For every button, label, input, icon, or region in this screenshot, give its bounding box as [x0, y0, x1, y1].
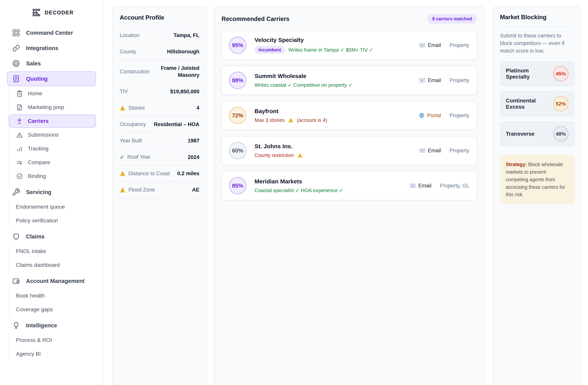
carrier-status-suffix: (account is 4) — [297, 117, 327, 123]
sidebar-item-endorsement-queue[interactable]: Endorsement queue — [9, 200, 96, 213]
intelligence-subgroup: Process & ROI Agency BI — [9, 334, 96, 361]
brand-name: DECODER — [45, 10, 74, 16]
profile-value: Hillsborough — [167, 48, 199, 55]
sidebar-item-label: Quoting — [26, 76, 48, 82]
warning-icon — [297, 153, 303, 157]
sidebar-item-claims[interactable]: Claims — [7, 229, 96, 244]
match-score-circle: 72% — [229, 107, 246, 124]
market-blocking-title: Market Blocking — [500, 14, 574, 27]
carrier-actions: E Email Property — [419, 42, 469, 48]
sidebar-item-compare[interactable]: Compare — [9, 156, 96, 169]
carrier-name: St. Johns Ins. — [254, 143, 411, 150]
profile-row-tiv: TIV $19,850,000 — [120, 84, 199, 100]
profile-value: Tampa, FL — [173, 32, 199, 39]
sparkle-icon — [16, 117, 23, 125]
email-action[interactable]: E Email — [419, 148, 441, 154]
match-score-circle: 95% — [229, 37, 246, 54]
sidebar-item-label: Carriers — [28, 118, 49, 124]
carrier-status-line: Max 3 stories (account is 4) — [254, 117, 411, 123]
incumbent-badge: Incumbent — [254, 46, 285, 54]
sidebar-item-label: Intelligence — [26, 322, 57, 329]
carrier-status: County restriction — [254, 152, 294, 158]
sidebar-item-marketing-prep[interactable]: Marketing prep — [9, 101, 96, 114]
carrier-lines: Property, GL — [440, 183, 469, 189]
sidebar-item-policy-verification[interactable]: Policy verification — [9, 214, 96, 227]
sidebar-item-claims-dashboard[interactable]: Claims dashboard — [9, 258, 96, 272]
sidebar-item-home[interactable]: Home — [9, 87, 96, 100]
sidebar-item-sales[interactable]: Sales — [7, 56, 96, 71]
carrier-status: Writes frame in Tampa ✓ $5M+ TIV ✓ — [288, 47, 373, 53]
sidebar-item-label: Submissions — [28, 132, 59, 138]
sidebar-item-agency-bi[interactable]: Agency BI — [9, 347, 96, 361]
sidebar-item-coverage-gaps[interactable]: Coverage gaps — [9, 303, 96, 316]
servicing-subgroup: Endorsement queue Policy verification — [9, 200, 96, 227]
email-icon: E — [419, 149, 425, 153]
carrier-card-st-johns: 60% St. Johns Ins. County restriction E … — [221, 136, 477, 165]
sidebar-item-quoting[interactable]: Quoting — [7, 71, 96, 86]
sidebar-item-label: Compare — [28, 159, 50, 166]
sidebar-item-submissions[interactable]: Submissions — [9, 128, 96, 141]
profile-label: Occupancy — [120, 121, 146, 127]
profile-label: Distance to Coast — [120, 171, 170, 177]
account-profile-panel: Account Profile Location Tampa, FL Count… — [112, 6, 207, 385]
profile-row-flood-zone: Flood Zone AE — [120, 182, 199, 198]
sidebar-item-label: Book health — [16, 293, 45, 299]
blocking-card-transverse[interactable]: Transverse 48% — [500, 121, 574, 146]
svg-text:E: E — [421, 150, 423, 152]
logo-icon — [32, 8, 41, 17]
sidebar-item-command-center[interactable]: Command Center — [7, 25, 96, 40]
carrier-status-line: County restriction — [254, 152, 411, 158]
carrier-actions: E Email Property, GL — [410, 183, 469, 189]
profile-label: Year Built — [120, 138, 142, 144]
sidebar-item-label: Sales — [26, 60, 41, 67]
email-icon: E — [410, 184, 416, 188]
strategy-label: Strategy: — [506, 162, 527, 167]
carrier-card-velocity-specialty: 95% Velocity Specialty Incumbent Writes … — [221, 31, 477, 60]
carriers-header: Recommended Carriers 8 carriers matched — [221, 14, 477, 24]
svg-text:E: E — [421, 79, 423, 82]
wallet-icon — [12, 277, 20, 285]
portal-action[interactable]: Portal — [419, 113, 441, 118]
blocking-card-continental-excess[interactable]: Continental Excess 52% — [500, 91, 574, 116]
wrench-icon — [12, 188, 20, 196]
carriers-title: Recommended Carriers — [222, 16, 290, 22]
carrier-status-line: Incumbent Writes frame in Tampa ✓ $5M+ T… — [254, 46, 411, 54]
carrier-status: Writes coastal ✓ Competitive on property… — [254, 82, 353, 88]
profile-value: 1987 — [188, 137, 199, 144]
bar-chart-icon — [16, 145, 23, 152]
sidebar-item-intelligence[interactable]: Intelligence — [7, 318, 96, 333]
carrier-card-bayfront: 72% Bayfront Max 3 stories (account is 4… — [221, 101, 477, 130]
sidebar-item-binding[interactable]: Binding — [9, 170, 96, 183]
carrier-info: Summit Wholesale Writes coastal ✓ Compet… — [254, 73, 411, 88]
profile-value: Frame / Joisted Masonry — [154, 65, 199, 79]
file-icon — [16, 104, 23, 111]
profile-row-stories: Stories 4 — [120, 100, 199, 116]
profile-label: ✓Roof Year — [120, 154, 150, 160]
sidebar-item-process-roi[interactable]: Process & ROI — [9, 334, 96, 347]
email-action[interactable]: E Email — [410, 183, 431, 189]
profile-label: Location — [120, 32, 140, 38]
sidebar-item-servicing[interactable]: Servicing — [7, 185, 96, 199]
logo: DECODER — [7, 7, 96, 25]
sidebar-nav: Command Center Integrations Sales Quotin… — [7, 25, 96, 361]
blocking-carrier-name: Transverse — [506, 131, 535, 137]
sidebar-item-account-management[interactable]: Account Management — [7, 274, 96, 288]
sidebar-item-book-health[interactable]: Book health — [9, 289, 96, 302]
sidebar-item-fnol-intake[interactable]: FNOL intake — [9, 245, 96, 258]
profile-value: $19,850,000 — [170, 88, 199, 95]
blocking-card-platinum-specialty[interactable]: Platinum Specialty 45% — [500, 61, 574, 86]
email-action[interactable]: E Email — [419, 77, 441, 83]
profile-value: 2024 — [188, 154, 199, 161]
strategy-note: Strategy: Block wholesale markets to pre… — [500, 155, 574, 204]
grid-icon — [12, 29, 20, 37]
sidebar-item-integrations[interactable]: Integrations — [7, 41, 96, 56]
quoting-subgroup: Home Marketing prep Carriers Submissions — [9, 87, 96, 183]
profile-row-roof-year: ✓Roof Year 2024 — [120, 149, 199, 166]
sidebar-item-label: Tracking — [28, 146, 48, 152]
carrier-name: Bayfront — [254, 108, 411, 115]
sidebar-item-carriers[interactable]: Carriers — [9, 115, 96, 128]
market-blocking-description: Submit to these carriers to block compet… — [500, 32, 574, 55]
sidebar-item-tracking[interactable]: Tracking — [9, 142, 96, 155]
email-action[interactable]: E Email — [419, 42, 441, 48]
match-score-circle: 85% — [229, 177, 246, 194]
